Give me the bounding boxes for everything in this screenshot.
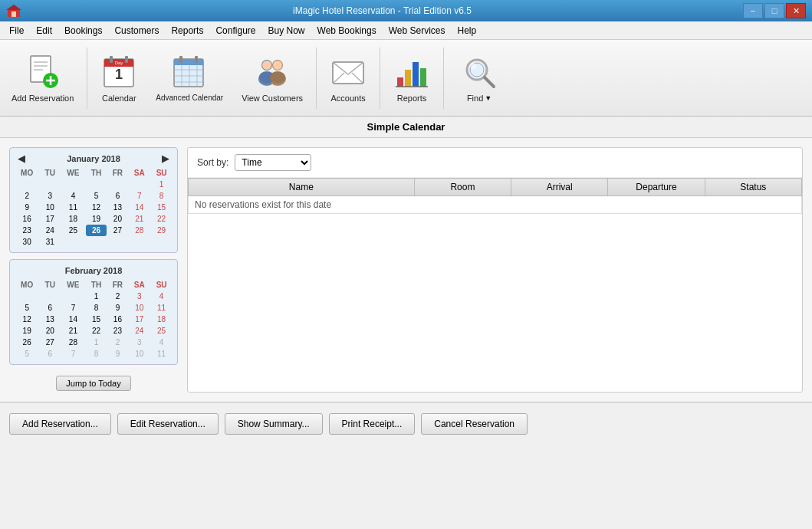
find-dropdown-arrow[interactable]: ▼ [485, 94, 491, 102]
menu-help[interactable]: Help [451, 21, 482, 39]
calendar-day[interactable]: 20 [107, 213, 128, 225]
calendar-day[interactable]: 26 [15, 337, 39, 348]
sort-by-select[interactable]: Time Name Room Arrival Departure Status [235, 154, 311, 171]
calendar-day[interactable]: 29 [150, 225, 173, 236]
calendar-day[interactable]: 15 [150, 202, 173, 213]
calendar-day[interactable]: 16 [15, 213, 39, 225]
find-button[interactable]: Find ▼ [449, 44, 510, 112]
calendar-day[interactable]: 6 [107, 190, 128, 202]
calendar-button[interactable]: 1 Day Calendar [92, 44, 146, 112]
calendar-day[interactable]: 9 [15, 202, 39, 213]
calendar-day[interactable]: 9 [107, 348, 128, 360]
calendar-day[interactable]: 4 [61, 190, 85, 202]
calendar-day[interactable]: 18 [61, 213, 85, 225]
cancel-reservation-button[interactable]: Cancel Reservation [421, 413, 528, 435]
show-summary-button[interactable]: Show Summary... [225, 413, 323, 435]
calendar-day[interactable]: 24 [128, 325, 150, 337]
calendar-day[interactable]: 2 [107, 337, 128, 348]
calendar-day[interactable]: 3 [39, 190, 61, 202]
menu-edit[interactable]: Edit [30, 21, 58, 39]
calendar-day[interactable]: 8 [150, 190, 173, 202]
calendar-day[interactable]: 10 [128, 348, 150, 360]
calendar-day[interactable]: 19 [86, 213, 107, 225]
calendar-day[interactable]: 5 [15, 302, 39, 314]
add-reservation-bottom-button[interactable]: Add Reservation... [9, 413, 111, 435]
calendar-day[interactable]: 28 [128, 225, 150, 236]
calendar-day[interactable]: 20 [39, 325, 61, 337]
edit-reservation-button[interactable]: Edit Reservation... [117, 413, 219, 435]
calendar-day[interactable]: 23 [107, 325, 128, 337]
calendar-day[interactable]: 30 [15, 236, 39, 248]
january-prev-button[interactable]: ◀ [15, 153, 28, 164]
calendar-day[interactable]: 6 [39, 348, 61, 360]
calendar-day[interactable]: 6 [39, 302, 61, 314]
calendar-day[interactable]: 31 [39, 236, 61, 248]
calendar-day[interactable]: 16 [107, 314, 128, 325]
calendar-day[interactable]: 7 [61, 348, 85, 360]
calendar-day[interactable]: 11 [150, 302, 173, 314]
menu-bookings[interactable]: Bookings [58, 21, 108, 39]
calendar-day[interactable]: 4 [150, 291, 173, 302]
menu-web-services[interactable]: Web Services [383, 21, 452, 39]
calendar-day[interactable]: 18 [150, 314, 173, 325]
calendar-day[interactable]: 10 [128, 302, 150, 314]
view-customers-button[interactable]: View Customers [233, 44, 311, 112]
calendar-day[interactable]: 27 [39, 337, 61, 348]
calendar-day[interactable]: 14 [128, 202, 150, 213]
close-button[interactable]: ✕ [786, 3, 806, 18]
menu-configure[interactable]: Configure [209, 21, 261, 39]
calendar-day[interactable]: 8 [86, 302, 107, 314]
calendar-day[interactable]: 23 [15, 225, 39, 236]
calendar-day[interactable]: 15 [86, 314, 107, 325]
calendar-day[interactable]: 26 [86, 225, 107, 236]
calendar-day[interactable]: 7 [61, 302, 85, 314]
calendar-day[interactable]: 3 [128, 337, 150, 348]
calendar-day[interactable]: 28 [61, 337, 85, 348]
menu-web-bookings[interactable]: Web Bookings [311, 21, 383, 39]
calendar-day[interactable]: 4 [150, 337, 173, 348]
calendar-day[interactable]: 25 [61, 225, 85, 236]
calendar-day[interactable]: 17 [128, 314, 150, 325]
add-reservation-button[interactable]: Add Reservation [3, 44, 82, 112]
calendar-day[interactable]: 1 [86, 337, 107, 348]
calendar-day[interactable]: 5 [15, 348, 39, 360]
calendar-day[interactable]: 11 [61, 202, 85, 213]
jump-to-today-button[interactable]: Jump to Today [56, 376, 130, 391]
calendar-day[interactable]: 13 [107, 202, 128, 213]
menu-buy-now[interactable]: Buy Now [261, 21, 311, 39]
january-next-button[interactable]: ▶ [159, 153, 173, 164]
advanced-calendar-button[interactable]: Advanced Calendar [147, 44, 232, 112]
calendar-day[interactable]: 24 [39, 225, 61, 236]
calendar-day[interactable]: 2 [107, 291, 128, 302]
calendar-day[interactable]: 19 [15, 325, 39, 337]
calendar-day[interactable]: 10 [39, 202, 61, 213]
calendar-day[interactable]: 12 [15, 314, 39, 325]
menu-reports[interactable]: Reports [165, 21, 209, 39]
calendar-day[interactable]: 14 [61, 314, 85, 325]
calendar-day[interactable]: 13 [39, 314, 61, 325]
calendar-day[interactable]: 22 [86, 325, 107, 337]
calendar-day[interactable]: 3 [128, 291, 150, 302]
menu-customers[interactable]: Customers [108, 21, 165, 39]
print-receipt-button[interactable]: Print Receipt... [329, 413, 416, 435]
calendar-day[interactable]: 1 [86, 291, 107, 302]
restore-button[interactable]: □ [764, 3, 784, 18]
calendar-day[interactable]: 17 [39, 213, 61, 225]
calendar-day[interactable]: 1 [150, 179, 173, 190]
calendar-day[interactable]: 5 [86, 190, 107, 202]
calendar-day[interactable]: 21 [128, 213, 150, 225]
calendar-day[interactable]: 11 [150, 348, 173, 360]
calendar-day[interactable]: 8 [86, 348, 107, 360]
calendar-day[interactable]: 2 [15, 190, 39, 202]
calendar-day[interactable]: 9 [107, 302, 128, 314]
menu-file[interactable]: File [3, 21, 30, 39]
minimize-button[interactable]: − [743, 3, 763, 18]
calendar-day[interactable]: 7 [128, 190, 150, 202]
calendar-day[interactable]: 22 [150, 213, 173, 225]
calendar-day[interactable]: 21 [61, 325, 85, 337]
calendar-day[interactable]: 25 [150, 325, 173, 337]
reports-button[interactable]: Reports [385, 44, 439, 112]
accounts-button[interactable]: Accounts [321, 44, 375, 112]
calendar-day[interactable]: 12 [86, 202, 107, 213]
calendar-day[interactable]: 27 [107, 225, 128, 236]
